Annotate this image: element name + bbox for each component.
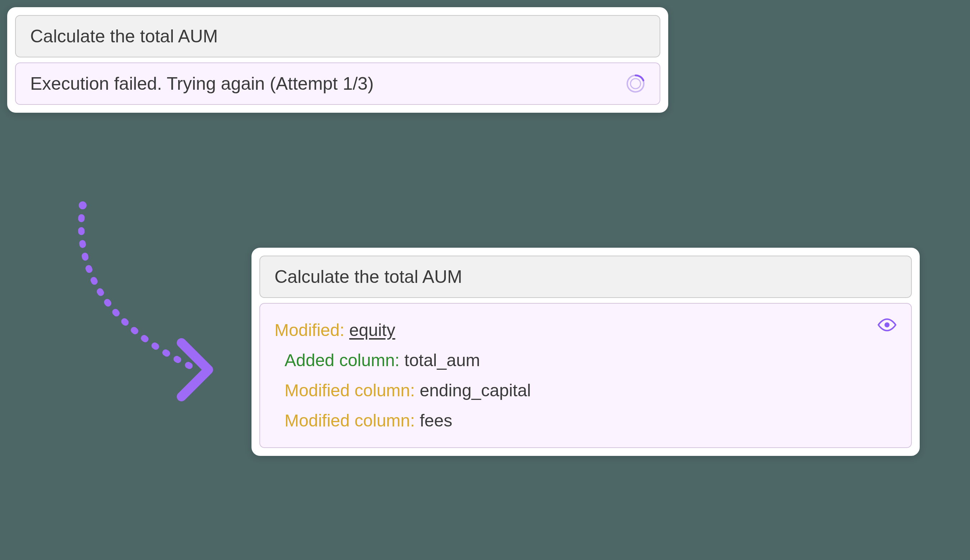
execution-card-pending: Calculate the total AUM Execution failed… — [7, 7, 668, 113]
task-title-row: Calculate the total AUM — [15, 15, 660, 57]
modified-target[interactable]: equity — [349, 320, 395, 340]
svg-point-2 — [79, 202, 87, 209]
spinner-icon — [626, 74, 645, 93]
change-line: Modified column: fees — [274, 406, 897, 436]
eye-icon[interactable] — [877, 318, 897, 332]
change-line: Modified column: ending_capital — [274, 375, 897, 406]
status-text: Execution failed. Trying again (Attempt … — [30, 73, 374, 94]
task-title-row: Calculate the total AUM — [259, 256, 912, 298]
change-label: Modified column: — [284, 411, 415, 430]
change-label: Added column: — [284, 351, 400, 370]
svg-point-3 — [885, 322, 890, 327]
change-value: total_aum — [405, 351, 480, 370]
result-row: Modified: equity Added column: total_aum… — [259, 303, 912, 448]
task-title: Calculate the total AUM — [30, 26, 218, 47]
modified-header-line: Modified: equity — [274, 315, 897, 345]
change-line: Added column: total_aum — [274, 345, 897, 375]
status-row: Execution failed. Trying again (Attempt … — [15, 62, 660, 105]
modified-label: Modified: — [274, 320, 345, 340]
change-value: ending_capital — [420, 381, 531, 400]
svg-point-1 — [630, 78, 641, 89]
change-label: Modified column: — [284, 381, 415, 400]
task-title: Calculate the total AUM — [274, 267, 462, 287]
change-value: fees — [420, 411, 452, 430]
execution-card-result: Calculate the total AUM Modified: equity… — [251, 248, 920, 456]
flow-arrow — [54, 201, 223, 402]
